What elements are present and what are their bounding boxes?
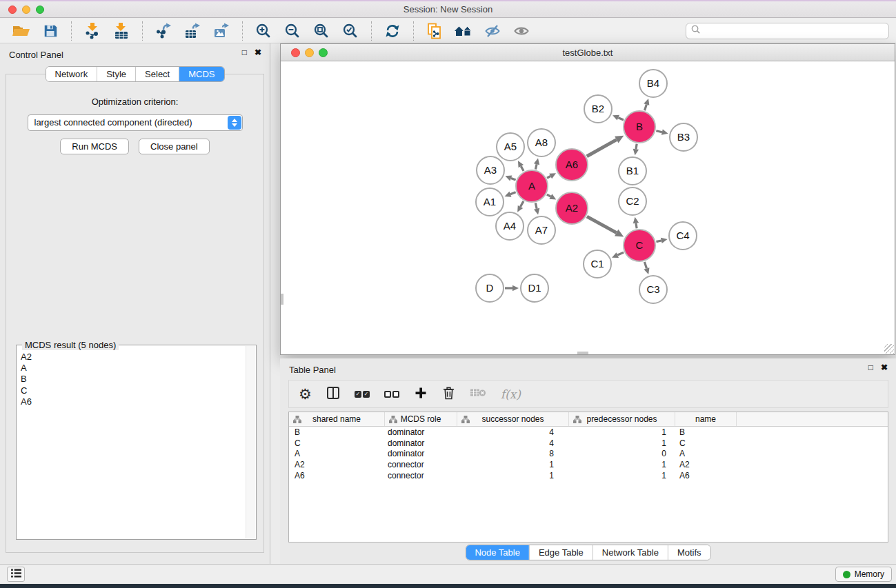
- table-cell[interactable]: A: [289, 449, 385, 458]
- result-scrollbar[interactable]: [246, 346, 255, 538]
- delete-table-button[interactable]: [470, 387, 486, 402]
- table-cell[interactable]: 1: [457, 460, 569, 469]
- table-cell[interactable]: A2: [289, 460, 385, 469]
- table-cell[interactable]: connector: [385, 471, 457, 480]
- table-cell[interactable]: 1: [569, 460, 675, 469]
- edge-C-C4[interactable]: [656, 238, 667, 243]
- node-A3[interactable]: A3: [477, 156, 504, 184]
- edge-C-C3[interactable]: [644, 262, 649, 274]
- tab-style[interactable]: Style: [97, 67, 135, 81]
- edge-A2-C[interactable]: [587, 216, 624, 236]
- node-C4[interactable]: C4: [669, 222, 697, 250]
- node-D1[interactable]: D1: [521, 274, 548, 302]
- node-B[interactable]: B: [624, 111, 655, 143]
- table-cell[interactable]: B: [289, 427, 385, 437]
- node-B1[interactable]: B1: [619, 157, 646, 185]
- table-cell[interactable]: B: [675, 427, 737, 437]
- edge-B-B4[interactable]: [644, 99, 649, 110]
- zoom-in-button[interactable]: [251, 21, 276, 41]
- table-row[interactable]: Cdominator41C: [289, 438, 888, 449]
- mcds-result-item[interactable]: A: [21, 363, 256, 374]
- export-network-button[interactable]: [151, 21, 176, 41]
- column-header-MCDS-role[interactable]: MCDS role: [385, 412, 457, 426]
- resize-grip[interactable]: [884, 344, 894, 354]
- close-table-panel-icon[interactable]: ✖: [881, 363, 888, 372]
- edge-B-B2[interactable]: [613, 115, 624, 121]
- table-cell[interactable]: A: [675, 449, 737, 458]
- export-image-button[interactable]: [209, 21, 234, 41]
- tab-motifs[interactable]: Motifs: [668, 545, 710, 560]
- edge-D-D1[interactable]: [505, 285, 519, 292]
- add-column-button[interactable]: [414, 386, 428, 403]
- delete-column-button[interactable]: [442, 385, 455, 403]
- table-cell[interactable]: 4: [457, 438, 569, 448]
- memory-button[interactable]: Memory: [835, 567, 892, 582]
- home-view-button[interactable]: [451, 21, 476, 41]
- edge-B-B3[interactable]: [656, 130, 668, 135]
- column-header-name[interactable]: name: [675, 412, 737, 426]
- tab-select[interactable]: Select: [135, 67, 179, 81]
- column-visibility-button[interactable]: [326, 386, 340, 403]
- zoom-selected-button[interactable]: [338, 21, 363, 41]
- function-builder-button[interactable]: f(x): [501, 387, 521, 401]
- refresh-layout-button[interactable]: [380, 21, 405, 41]
- tab-node-table[interactable]: Node Table: [466, 545, 529, 560]
- edge-A-A5[interactable]: [518, 161, 524, 171]
- close-window-button[interactable]: [8, 6, 17, 14]
- mcds-result-item[interactable]: B: [21, 374, 256, 385]
- mcds-result-item[interactable]: C: [21, 385, 256, 396]
- close-panel-icon[interactable]: ✖: [255, 48, 261, 57]
- mcds-result-item[interactable]: A6: [21, 396, 256, 407]
- node-C2[interactable]: C2: [619, 187, 646, 215]
- column-header-successor-nodes[interactable]: successor nodes: [457, 412, 569, 426]
- edge-A-A2[interactable]: [547, 194, 556, 199]
- table-cell[interactable]: 4: [457, 427, 569, 437]
- save-session-button[interactable]: [38, 21, 63, 41]
- node-A2[interactable]: A2: [556, 192, 588, 224]
- table-row[interactable]: A6connector11A6: [289, 470, 888, 481]
- search-input[interactable]: [701, 26, 884, 36]
- table-row[interactable]: Bdominator41B: [289, 427, 888, 438]
- node-A4[interactable]: A4: [496, 212, 524, 240]
- table-cell[interactable]: 1: [569, 427, 675, 437]
- network-canvas[interactable]: B4B2BB3A5A8A6A3B1AA1C2A2A4A7C4CC1C3DD1: [281, 62, 895, 354]
- run-mcds-button[interactable]: Run MCDS: [60, 139, 129, 154]
- node-D[interactable]: D: [476, 274, 504, 302]
- zoom-window-button[interactable]: [36, 6, 44, 14]
- edge-C-C2[interactable]: [633, 217, 639, 229]
- table-cell[interactable]: A6: [675, 471, 737, 480]
- float-table-panel-icon[interactable]: □: [868, 363, 873, 372]
- table-row[interactable]: Adominator80A: [289, 449, 888, 460]
- table-cell[interactable]: 1: [569, 471, 675, 480]
- table-cell[interactable]: C: [289, 438, 385, 448]
- node-C3[interactable]: C3: [639, 276, 667, 303]
- table-cell[interactable]: A2: [675, 460, 737, 469]
- import-network-button[interactable]: [80, 21, 105, 41]
- table-cell[interactable]: 1: [457, 471, 569, 480]
- close-panel-button[interactable]: Close panel: [139, 139, 210, 154]
- edge-C-C1[interactable]: [612, 252, 624, 258]
- node-A5[interactable]: A5: [497, 133, 524, 161]
- table-cell[interactable]: dominator: [385, 427, 457, 437]
- minimize-window-button[interactable]: [22, 6, 30, 14]
- node-A[interactable]: A: [516, 170, 548, 202]
- table-cell[interactable]: dominator: [385, 449, 457, 458]
- zoom-fit-button[interactable]: [309, 21, 334, 41]
- node-C1[interactable]: C1: [584, 250, 611, 278]
- tab-edge-table[interactable]: Edge Table: [529, 545, 593, 560]
- node-B3[interactable]: B3: [670, 123, 697, 151]
- table-settings-button[interactable]: ⚙: [299, 387, 312, 401]
- horizontal-scroll-tick[interactable]: [577, 352, 588, 354]
- network-close-button[interactable]: [291, 48, 300, 57]
- table-cell[interactable]: 0: [569, 449, 675, 458]
- table-cell[interactable]: 8: [457, 449, 569, 458]
- mcds-result-item[interactable]: A2: [21, 352, 256, 363]
- network-minimize-button[interactable]: [305, 48, 314, 57]
- edge-A-A7[interactable]: [534, 203, 539, 214]
- show-all-button[interactable]: [509, 21, 534, 41]
- optimization-criterion-select[interactable]: largest connected component (directed): [28, 114, 243, 131]
- network-zoom-button[interactable]: [319, 48, 328, 57]
- column-header-predecessor-nodes[interactable]: predecessor nodes: [569, 412, 675, 426]
- node-A1[interactable]: A1: [476, 188, 504, 216]
- edge-A-A8[interactable]: [534, 158, 539, 169]
